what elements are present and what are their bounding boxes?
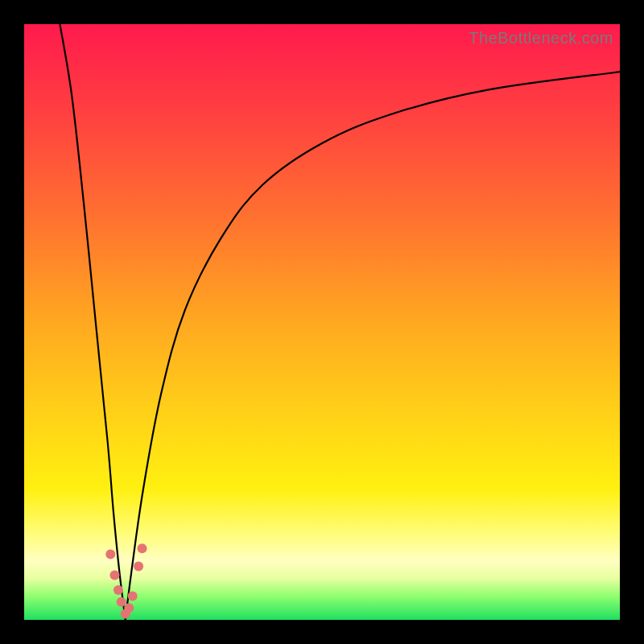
data-marker <box>109 571 119 580</box>
curve-right-branch <box>126 72 620 620</box>
bottleneck-curve <box>24 24 620 620</box>
data-marker <box>134 561 143 571</box>
data-marker <box>117 597 126 607</box>
marker-group <box>105 543 147 618</box>
data-marker <box>114 585 123 595</box>
data-marker <box>138 543 147 553</box>
chart-frame: TheBottleneck.com <box>0 0 644 644</box>
plot-area: TheBottleneck.com <box>24 24 620 620</box>
data-marker <box>105 550 115 559</box>
curve-left-branch <box>60 24 125 620</box>
data-marker <box>124 603 134 613</box>
data-marker <box>128 591 138 601</box>
